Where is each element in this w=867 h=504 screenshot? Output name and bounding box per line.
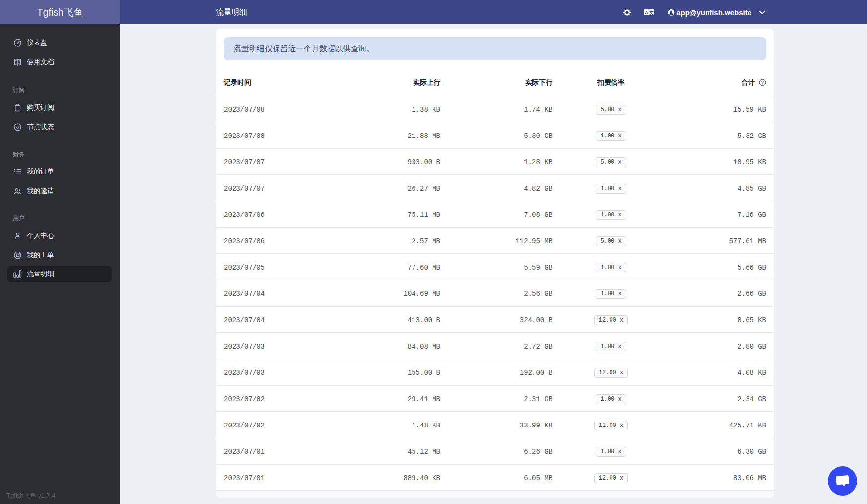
svg-text:文: 文 <box>649 10 654 15</box>
svg-text:A: A <box>645 10 648 15</box>
